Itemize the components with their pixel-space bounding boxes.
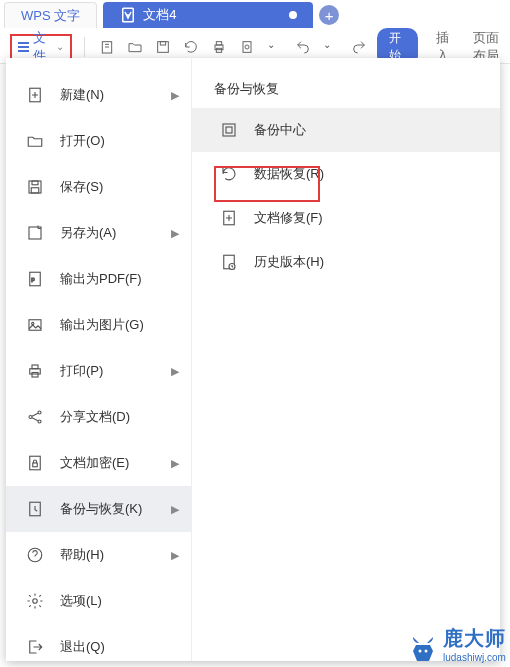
menu-label: 分享文档(D) bbox=[60, 408, 130, 426]
chevron-right-icon: ▶ bbox=[171, 227, 179, 240]
menu-label: 帮助(H) bbox=[60, 546, 104, 564]
save-icon bbox=[26, 178, 44, 196]
backup-center-icon bbox=[220, 121, 238, 139]
printer-icon bbox=[26, 362, 44, 380]
chevron-right-icon: ▶ bbox=[171, 89, 179, 102]
menu-label: 选项(L) bbox=[60, 592, 102, 610]
data-recovery[interactable]: 数据恢复(R) bbox=[192, 152, 500, 196]
hamburger-icon bbox=[18, 42, 29, 52]
menu-print[interactable]: 打印(P) ▶ bbox=[6, 348, 191, 394]
menu-encrypt[interactable]: 文档加密(E) ▶ bbox=[6, 440, 191, 486]
chevron-right-icon: ▶ bbox=[171, 457, 179, 470]
menu-help[interactable]: 帮助(H) ▶ bbox=[6, 532, 191, 578]
menu-new[interactable]: 新建(N) ▶ bbox=[6, 72, 191, 118]
chevron-right-icon: ▶ bbox=[171, 503, 179, 516]
help-icon bbox=[26, 546, 44, 564]
backup-center[interactable]: 备份中心 bbox=[192, 108, 500, 152]
chevron-right-icon: ▶ bbox=[171, 549, 179, 562]
svg-rect-19 bbox=[32, 365, 38, 369]
history-icon bbox=[220, 253, 238, 271]
svg-rect-5 bbox=[216, 41, 221, 44]
chevron-down-icon: ⌄ bbox=[56, 41, 64, 52]
item-label: 备份中心 bbox=[254, 121, 306, 139]
redo-icon[interactable] bbox=[351, 39, 367, 55]
save-icon[interactable] bbox=[155, 39, 171, 55]
print-icon[interactable] bbox=[211, 39, 227, 55]
svg-rect-11 bbox=[32, 181, 38, 185]
svg-rect-20 bbox=[32, 373, 38, 378]
menu-save-as[interactable]: 另存为(A) ▶ bbox=[6, 210, 191, 256]
svg-point-23 bbox=[38, 420, 41, 423]
menu-label: 输出为图片(G) bbox=[60, 316, 144, 334]
new-icon[interactable] bbox=[99, 39, 115, 55]
tab-document-label: 文档4 bbox=[143, 6, 176, 24]
folder-icon bbox=[26, 132, 44, 150]
file-menu-left: 新建(N) ▶ 打开(O) 保存(S) 另存为(A) ▶ P 输出为PDF(F)… bbox=[6, 58, 192, 661]
tab-document[interactable]: 文档4 bbox=[103, 2, 313, 28]
menu-label: 输出为PDF(F) bbox=[60, 270, 142, 288]
history-version[interactable]: 历史版本(H) bbox=[192, 240, 500, 284]
tab-app-label: WPS 文字 bbox=[21, 7, 80, 25]
menu-share[interactable]: 分享文档(D) bbox=[6, 394, 191, 440]
deer-icon bbox=[407, 635, 439, 663]
svg-rect-3 bbox=[160, 41, 165, 44]
menu-label: 文档加密(E) bbox=[60, 454, 129, 472]
menu-exit[interactable]: 退出(Q) bbox=[6, 624, 191, 667]
chevron-right-icon: ▶ bbox=[171, 365, 179, 378]
menu-options[interactable]: 选项(L) bbox=[6, 578, 191, 624]
svg-point-21 bbox=[29, 416, 32, 419]
open-icon[interactable] bbox=[127, 39, 143, 55]
watermark: 鹿大师 ludashiwj.com bbox=[407, 625, 506, 663]
right-panel-title: 备份与恢复 bbox=[192, 72, 500, 108]
chevron-down-icon[interactable]: ⌄ bbox=[323, 39, 339, 55]
watermark-url: ludashiwj.com bbox=[443, 652, 506, 663]
image-icon bbox=[26, 316, 44, 334]
tab-app[interactable]: WPS 文字 bbox=[4, 2, 97, 28]
menu-backup-restore[interactable]: 备份与恢复(K) ▶ bbox=[6, 486, 191, 532]
svg-rect-16 bbox=[29, 320, 41, 331]
file-dropdown: 新建(N) ▶ 打开(O) 保存(S) 另存为(A) ▶ P 输出为PDF(F)… bbox=[6, 58, 500, 661]
svg-point-8 bbox=[245, 45, 249, 49]
save-as-icon bbox=[26, 224, 44, 242]
svg-rect-6 bbox=[216, 48, 221, 52]
svg-rect-30 bbox=[226, 127, 232, 133]
menu-export-image[interactable]: 输出为图片(G) bbox=[6, 302, 191, 348]
chevron-down-icon[interactable]: ⌄ bbox=[267, 39, 283, 55]
exit-icon bbox=[26, 638, 44, 656]
recovery-icon bbox=[220, 165, 238, 183]
unsaved-dot-icon bbox=[289, 11, 297, 19]
backup-icon bbox=[26, 500, 44, 518]
menu-save[interactable]: 保存(S) bbox=[6, 164, 191, 210]
svg-rect-12 bbox=[31, 188, 39, 193]
menu-export-pdf[interactable]: P 输出为PDF(F) bbox=[6, 256, 191, 302]
svg-rect-25 bbox=[33, 463, 38, 467]
separator bbox=[84, 37, 85, 57]
watermark-name: 鹿大师 bbox=[443, 625, 506, 652]
file-menu-button[interactable]: 文件 ⌄ bbox=[10, 34, 72, 60]
menu-label: 打印(P) bbox=[60, 362, 103, 380]
pdf-icon: P bbox=[26, 270, 44, 288]
menu-label: 保存(S) bbox=[60, 178, 103, 196]
new-tab-button[interactable]: + bbox=[319, 5, 339, 25]
menu-label: 退出(Q) bbox=[60, 638, 105, 656]
svg-point-28 bbox=[33, 599, 38, 604]
lock-doc-icon bbox=[26, 454, 44, 472]
preview-icon[interactable] bbox=[239, 39, 255, 55]
svg-text:P: P bbox=[31, 277, 35, 283]
refresh-icon[interactable] bbox=[183, 39, 199, 55]
doc-repair[interactable]: 文档修复(F) bbox=[192, 196, 500, 240]
doc-icon bbox=[119, 6, 137, 24]
svg-point-35 bbox=[425, 650, 428, 653]
svg-rect-18 bbox=[30, 369, 41, 374]
item-label: 文档修复(F) bbox=[254, 209, 323, 227]
gear-icon bbox=[26, 592, 44, 610]
repair-icon bbox=[220, 209, 238, 227]
svg-rect-2 bbox=[158, 41, 169, 52]
svg-rect-7 bbox=[243, 41, 251, 52]
undo-icon[interactable] bbox=[295, 39, 311, 55]
menu-label: 打开(O) bbox=[60, 132, 105, 150]
document-tabs: WPS 文字 文档4 + bbox=[0, 0, 510, 30]
quick-access: ⌄ ⌄ bbox=[93, 39, 367, 55]
menu-open[interactable]: 打开(O) bbox=[6, 118, 191, 164]
menu-label: 新建(N) bbox=[60, 86, 104, 104]
